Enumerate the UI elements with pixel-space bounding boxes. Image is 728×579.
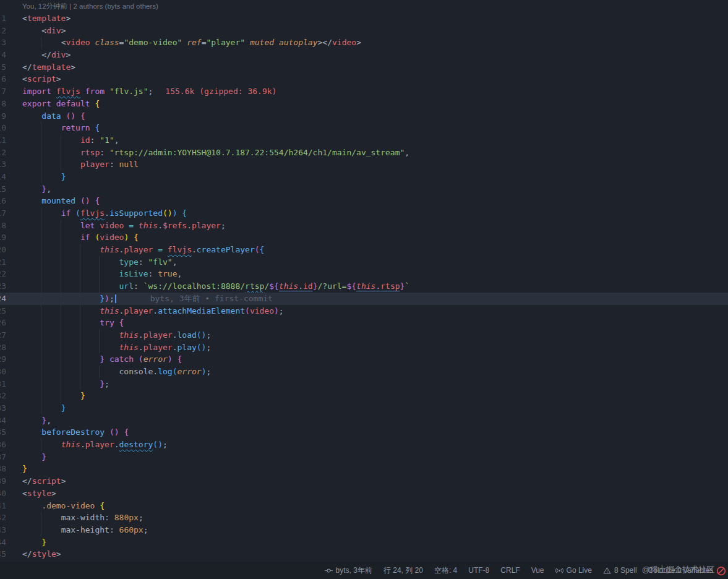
code-line[interactable]: 12 rtsp: "rtsp://admin:YOYHSH@10.7.187.2… — [0, 147, 728, 159]
line-number[interactable]: 32 — [0, 390, 6, 402]
line-number[interactable]: 16 — [0, 195, 6, 207]
line-number[interactable]: 14 — [0, 171, 6, 183]
line-number[interactable]: 11 — [0, 134, 6, 147]
code-line[interactable]: 26 try { — [0, 317, 728, 329]
line-number[interactable]: 10 — [0, 122, 6, 134]
line-number[interactable]: 39 — [0, 475, 6, 487]
code-line[interactable]: 7import flvjs from "flv.js";155.6k (gzip… — [0, 85, 728, 98]
status-item-indentation[interactable]: 空格: 4 — [434, 565, 457, 576]
line-number[interactable]: 44 — [0, 536, 6, 549]
code-line[interactable]: 41 .demo-video { — [0, 500, 728, 512]
line-number[interactable]: 30 — [0, 366, 6, 378]
code-line[interactable]: 27 this.player.load(); — [0, 329, 728, 341]
line-number[interactable]: 24 — [0, 293, 6, 305]
code-line[interactable]: 19 if (video) { — [0, 231, 728, 244]
code-line[interactable]: 6<script> — [0, 73, 728, 85]
status-item-language-mode[interactable]: Vue — [531, 566, 544, 575]
line-number[interactable]: 21 — [0, 256, 6, 268]
code-line[interactable]: 28 this.player.play(); — [0, 341, 728, 354]
code-line[interactable]: 3 <video class="demo-video" ref="player"… — [0, 36, 728, 49]
code-line[interactable]: 32 } — [0, 390, 728, 402]
line-number[interactable]: 3 — [0, 36, 6, 49]
line-number[interactable]: 37 — [0, 451, 6, 463]
line-number[interactable]: 17 — [0, 207, 6, 220]
line-number[interactable]: 15 — [0, 183, 6, 195]
code-line[interactable]: 44 } — [0, 536, 728, 549]
line-number[interactable]: 43 — [0, 524, 6, 536]
code-line[interactable]: 10 return { — [0, 122, 728, 134]
code-line[interactable]: 43 max-height: 660px; — [0, 524, 728, 536]
line-number[interactable]: 13 — [0, 158, 6, 171]
line-number[interactable]: 29 — [0, 353, 6, 366]
code-line[interactable]: 39</script> — [0, 475, 728, 487]
code-line[interactable]: 5</template> — [0, 61, 728, 74]
line-number[interactable]: 19 — [0, 231, 6, 244]
code-line[interactable]: 23 url: `ws://localhost:8888/rtsp/${this… — [0, 280, 728, 293]
code-line[interactable]: 8export default { — [0, 98, 728, 110]
code-line[interactable]: 2 <div> — [0, 25, 728, 37]
line-number[interactable]: 6 — [0, 73, 6, 85]
line-number[interactable]: 1 — [0, 12, 6, 25]
line-number[interactable]: 35 — [0, 426, 6, 439]
line-number[interactable]: 9 — [0, 110, 6, 122]
code-line[interactable]: 21 type: "flv", — [0, 256, 728, 268]
code-line[interactable]: 30 console.log(error); — [0, 366, 728, 378]
line-number[interactable]: 26 — [0, 317, 6, 329]
status-item-eol[interactable]: CRLF — [500, 566, 520, 575]
line-number[interactable]: 28 — [0, 341, 6, 354]
status-item-spell-checker[interactable]: 8 Spell — [603, 566, 637, 575]
line-number[interactable]: 41 — [0, 500, 6, 512]
gitlens-authors-codelens[interactable]: You, 12分钟前 | 2 authors (byts and others) — [0, 0, 728, 12]
line-number[interactable]: 33 — [0, 402, 6, 414]
line-number[interactable]: 34 — [0, 414, 6, 427]
code-line[interactable]: 22 isLive: true, — [0, 268, 728, 280]
status-item-go-live[interactable]: Go Live — [555, 566, 592, 575]
status-item-colorize[interactable]: Colorize 0 variables — [648, 566, 713, 575]
code-line[interactable]: 14 } — [0, 171, 728, 183]
line-number[interactable]: 40 — [0, 487, 6, 500]
line-number[interactable]: 31 — [0, 378, 6, 390]
code-line[interactable]: 38} — [0, 463, 728, 475]
code-line[interactable]: 11 id: "1", — [0, 134, 728, 147]
code-line[interactable]: 36 this.player.destory(); — [0, 439, 728, 451]
code-line[interactable]: 9 data () { — [0, 110, 728, 122]
code-line[interactable]: 1<template> — [0, 12, 728, 25]
line-number[interactable]: 2 — [0, 25, 6, 37]
code-line[interactable]: 16 mounted () { — [0, 195, 728, 207]
code-line[interactable]: 45</style> — [0, 548, 728, 560]
code-line[interactable]: 15 }, — [0, 183, 728, 195]
line-number[interactable]: 12 — [0, 147, 6, 159]
status-item-encoding[interactable]: UTF-8 — [468, 566, 489, 575]
code-line[interactable]: 42 max-width: 880px; — [0, 512, 728, 524]
code-line[interactable]: 37 } — [0, 451, 728, 463]
code-line[interactable]: 13 player: null — [0, 158, 728, 171]
line-number[interactable]: 25 — [0, 305, 6, 317]
status-item-cursor-position[interactable]: 行 24, 列 20 — [383, 565, 423, 576]
line-number[interactable]: 7 — [0, 85, 6, 98]
code-line[interactable]: 25 this.player.attachMediaElement(video)… — [0, 305, 728, 317]
line-number[interactable]: 27 — [0, 329, 6, 341]
code-line[interactable]: 17 if (flvjs.isSupported()) { — [0, 207, 728, 220]
code-line[interactable]: 33 } — [0, 402, 728, 414]
line-number[interactable]: 22 — [0, 268, 6, 280]
code-line[interactable]: 24 });byts, 3年前 • first-commit — [0, 293, 728, 305]
code-line[interactable]: 40<style> — [0, 487, 728, 500]
code-line[interactable]: 34 }, — [0, 414, 728, 427]
status-item-git-blame[interactable]: byts, 3年前 — [325, 565, 372, 576]
line-number[interactable]: 23 — [0, 280, 6, 293]
code-line[interactable]: 35 beforeDestroy () { — [0, 426, 728, 439]
line-number[interactable]: 18 — [0, 220, 6, 232]
code-line[interactable]: 20 this.player = flvjs.createPlayer({ — [0, 244, 728, 256]
code-line[interactable]: 18 let video = this.$refs.player; — [0, 220, 728, 232]
line-number[interactable]: 20 — [0, 244, 6, 256]
line-number[interactable]: 36 — [0, 439, 6, 451]
line-number[interactable]: 5 — [0, 61, 6, 74]
line-number[interactable]: 45 — [0, 548, 6, 560]
code-editor[interactable]: You, 12分钟前 | 2 authors (byts and others)… — [0, 0, 728, 562]
code-line[interactable]: 31 }; — [0, 378, 728, 390]
line-number[interactable]: 4 — [0, 49, 6, 61]
code-line[interactable]: 4 </div> — [0, 49, 728, 61]
line-number[interactable]: 8 — [0, 98, 6, 110]
code-line[interactable]: 29 } catch (error) { — [0, 353, 728, 366]
line-number[interactable]: 38 — [0, 463, 6, 475]
